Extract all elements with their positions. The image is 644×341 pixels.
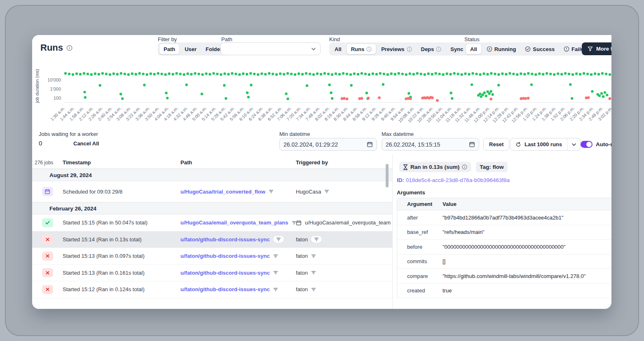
chart-point-success[interactable] (409, 72, 411, 75)
filter-pill[interactable] (273, 236, 284, 243)
chart-point-success[interactable] (505, 73, 507, 75)
cancel-all-button[interactable]: Cancel All (73, 140, 99, 147)
chart-point-success[interactable] (116, 73, 119, 75)
chart-point-success[interactable] (216, 72, 218, 75)
chart-point-success[interactable] (179, 72, 181, 75)
chart-point-success[interactable] (520, 72, 522, 75)
chart-point-success[interactable] (264, 73, 267, 75)
chart-point-success[interactable] (486, 73, 489, 75)
chart-point-success[interactable] (150, 72, 152, 75)
chart-point-success[interactable] (157, 72, 159, 75)
chart-point-failure[interactable] (367, 97, 370, 100)
chart-point-failure[interactable] (489, 98, 492, 100)
more-filters-button[interactable]: More filters (582, 42, 611, 55)
job-path-link[interactable]: u/faton/github-discord-issues-sync (180, 236, 270, 243)
chart-point-success[interactable] (571, 73, 574, 76)
chart-point-success[interactable] (223, 84, 225, 86)
chart-point-failure[interactable] (436, 99, 439, 102)
chart-point-success[interactable] (119, 93, 122, 95)
chart-point-success[interactable] (549, 72, 552, 75)
chart-point-success[interactable] (508, 72, 511, 75)
chart-point-success[interactable] (420, 72, 422, 75)
chart-point-success[interactable] (205, 72, 207, 75)
chart-point-failure[interactable] (524, 97, 527, 100)
calendar-icon[interactable] (367, 141, 373, 147)
chart-point-success[interactable] (212, 72, 215, 75)
chart-point-success[interactable] (442, 73, 444, 76)
filter-funnel-icon[interactable] (311, 270, 316, 275)
run-id-value[interactable]: 018de5c4-acc8-23d8-d76a-b0b396463f8a (406, 177, 510, 183)
chart-point-success[interactable] (479, 93, 481, 95)
max-datetime-input[interactable]: 26.02.2024, 15:15:15 (382, 138, 479, 151)
chart-point-success[interactable] (590, 73, 592, 76)
chart-point-success[interactable] (185, 84, 188, 86)
chart-point-success[interactable] (451, 97, 453, 100)
filter-by-path-button[interactable]: Path (159, 44, 180, 54)
chart-point-success[interactable] (427, 72, 430, 75)
chart-point-success[interactable] (464, 72, 466, 75)
status-success-button[interactable]: Success (521, 44, 559, 54)
chart-point-success[interactable] (600, 92, 603, 95)
chart-point-success[interactable] (279, 72, 281, 75)
chart-point-success[interactable] (609, 73, 611, 76)
chart-point-success[interactable] (109, 73, 111, 76)
job-row[interactable]: Started 15:13 (Ran in 0.097s total)u/fat… (32, 248, 392, 265)
chart-point-success[interactable] (246, 91, 248, 94)
chart-point-success[interactable] (606, 93, 608, 96)
chart-point-success[interactable] (597, 73, 600, 75)
chart-point-success[interactable] (594, 72, 596, 75)
chart-point-success[interactable] (135, 73, 137, 75)
chart-point-success[interactable] (390, 72, 393, 75)
chart-point-failure[interactable] (343, 97, 346, 100)
kind-all-button[interactable]: All (330, 44, 346, 54)
chart-point-success[interactable] (294, 73, 296, 76)
runs-chart-svg[interactable] (64, 70, 611, 103)
chart-point-success[interactable] (372, 72, 374, 75)
chart-point-success[interactable] (379, 72, 382, 75)
chart-point-success[interactable] (327, 72, 330, 75)
chart-point-success[interactable] (401, 72, 404, 75)
chart-point-success[interactable] (142, 72, 145, 75)
info-icon[interactable] (462, 164, 467, 170)
table-scrollbar[interactable] (386, 164, 389, 187)
last-runs-button[interactable]: Last 1000 runs (511, 138, 567, 150)
chart-point-success[interactable] (306, 84, 308, 87)
chart-point-success[interactable] (553, 73, 555, 76)
chart-point-success[interactable] (323, 72, 326, 75)
filter-funnel-icon[interactable] (311, 287, 316, 292)
min-datetime-input[interactable]: 26.02.2024, 01:29:22 (279, 138, 377, 151)
chart-point-success[interactable] (112, 72, 115, 75)
chart-point-success[interactable] (416, 72, 419, 75)
chart-point-success[interactable] (166, 97, 169, 99)
chart-point-success[interactable] (242, 72, 244, 75)
chart-point-success[interactable] (120, 72, 122, 75)
chart-point-success[interactable] (375, 73, 378, 75)
chart-point-success[interactable] (257, 73, 259, 76)
chart-point-success[interactable] (405, 73, 407, 76)
chart-point-success[interactable] (450, 92, 452, 94)
chart-point-success[interactable] (490, 72, 492, 75)
chart-point-success[interactable] (301, 73, 304, 75)
chart-point-success[interactable] (249, 72, 252, 75)
chart-point-success[interactable] (165, 92, 167, 94)
chart-point-success[interactable] (127, 73, 130, 76)
chart-point-success[interactable] (331, 73, 333, 76)
status-all-button[interactable]: All (466, 44, 482, 54)
chart-point-success[interactable] (160, 72, 163, 75)
chart-point-success[interactable] (164, 73, 166, 76)
chart-point-success[interactable] (489, 90, 492, 93)
chart-point-success[interactable] (516, 73, 518, 76)
filter-by-user-button[interactable]: User (180, 44, 201, 54)
chart-point-success[interactable] (84, 96, 87, 98)
chart-point-success[interactable] (583, 72, 585, 75)
chart-point-success[interactable] (99, 84, 101, 86)
chart-point-success[interactable] (530, 83, 533, 86)
chart-point-success[interactable] (335, 72, 337, 75)
chart-point-success[interactable] (223, 72, 226, 75)
chart-point-success[interactable] (471, 83, 473, 86)
chart-point-success[interactable] (449, 73, 452, 75)
kind-previews-button[interactable]: Previews (377, 44, 416, 54)
kind-deps-button[interactable]: Deps (417, 44, 446, 54)
chart-point-success[interactable] (168, 72, 170, 75)
chart-point-success[interactable] (94, 72, 96, 75)
